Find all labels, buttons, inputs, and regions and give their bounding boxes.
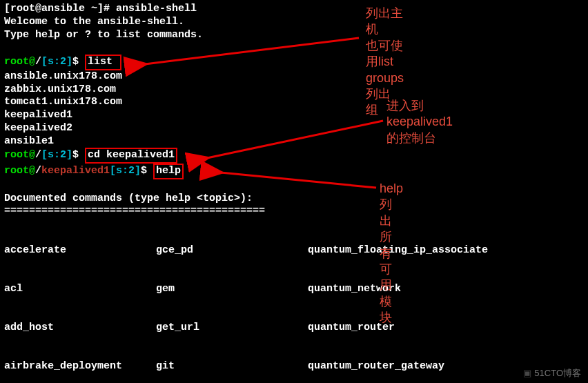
module-item: accelerate xyxy=(4,244,156,257)
host-output: keepalived1 xyxy=(4,109,584,122)
module-item: add_host xyxy=(4,322,156,335)
prompt-path: / xyxy=(35,56,41,68)
host-output: tomcat1.unix178.com xyxy=(4,96,584,109)
prompt-dollar: $ xyxy=(72,56,85,68)
highlight-help-cmd: help xyxy=(153,164,184,179)
host-output: keepalived2 xyxy=(4,122,584,135)
module-item: quantum_network xyxy=(308,283,584,296)
watermark-text: 51CTO博客 xyxy=(534,368,581,378)
welcome-line-2: Type help or ? to list commands. xyxy=(4,29,584,42)
prompt-user: root@ xyxy=(4,165,35,177)
module-item: gem xyxy=(156,283,308,296)
watermark: ▣51CTO博客 xyxy=(523,368,581,379)
prompt-cd[interactable]: root@/[s:2]$ cd keepalived1 xyxy=(4,148,584,164)
prompt-help[interactable]: root@/keepalived1[s:2]$ help xyxy=(4,164,584,179)
help-command: help xyxy=(156,165,181,177)
module-item: get_url xyxy=(156,322,308,335)
module-table: accelerate acl add_host airbrake_deploym… xyxy=(4,218,584,383)
prompt-sig: [s:2] xyxy=(41,149,72,161)
module-item: airbrake_deployment xyxy=(4,360,156,373)
prompt-path: / xyxy=(35,165,41,177)
prompt-dollar: $ xyxy=(72,149,85,161)
highlight-cd-cmd: cd keepalived1 xyxy=(85,148,177,164)
shell-command: ansible-shell xyxy=(116,3,197,14)
host-output: ansible.unix178.com xyxy=(4,70,584,84)
prompt-user: root@ xyxy=(4,56,35,68)
list-command: list xyxy=(88,56,112,68)
prompt-path: / xyxy=(35,149,41,161)
prompt-list[interactable]: root@/[s:2]$ list xyxy=(4,55,584,70)
module-item: quantum_router xyxy=(308,322,584,335)
shell-prompt-line: [root@ansible ~]# ansible-shell xyxy=(4,3,584,16)
documented-header: Documented commands (type help <topic>): xyxy=(4,193,584,206)
prompt-sig: [s:2] xyxy=(41,56,72,68)
divider: ========================================… xyxy=(4,205,584,218)
highlight-list-cmd: list xyxy=(85,55,121,70)
welcome-line-1: Welcome to the ansible-shell. xyxy=(4,16,584,29)
module-item: git xyxy=(156,360,308,373)
host-output: zabbix.unix178.com xyxy=(4,84,584,97)
prompt-user: root@ xyxy=(4,149,35,161)
blog-icon: ▣ xyxy=(523,368,531,378)
module-item: acl xyxy=(4,283,156,296)
prompt-sig: [s:2] xyxy=(110,165,141,177)
terminal: [root@ansible ~]# ansible-shell Welcome … xyxy=(4,3,584,383)
cd-command: cd keepalived1 xyxy=(88,149,175,161)
prompt-dollar: $ xyxy=(141,165,153,177)
host-output: ansible1 xyxy=(4,135,584,148)
prompt-host: keepalived1 xyxy=(41,165,110,177)
module-item: quantum_floating_ip_associate xyxy=(308,244,584,257)
module-item: gce_pd xyxy=(156,244,308,257)
shell-prompt: [root@ansible ~]# xyxy=(4,3,116,14)
